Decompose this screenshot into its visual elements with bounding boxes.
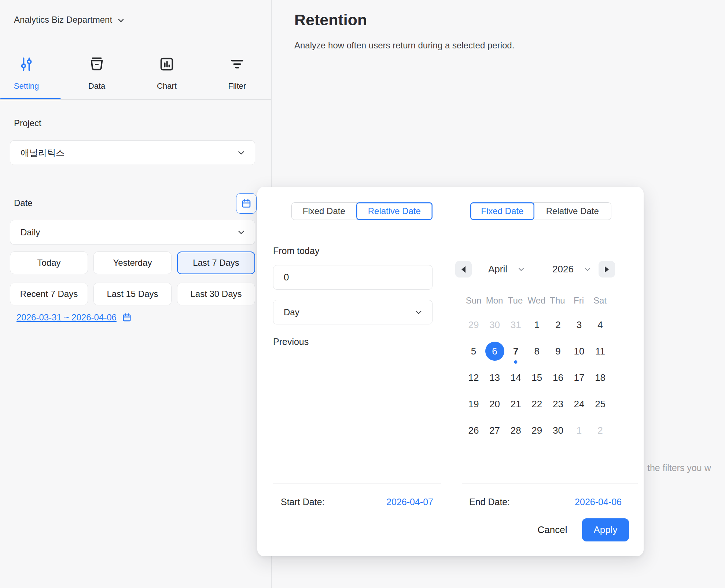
calendar-day[interactable]: 15 (527, 368, 546, 387)
granularity-select-value: Daily (21, 227, 40, 238)
right-relative-date-option[interactable]: Relative Date (534, 203, 611, 220)
option-label: Fixed Date (481, 206, 523, 216)
preset-yesterday-button[interactable]: Yesterday (93, 251, 172, 274)
left-fixed-date-option[interactable]: Fixed Date (292, 203, 356, 220)
end-date-divider (462, 484, 638, 484)
calendar-day[interactable]: 17 (570, 368, 589, 387)
option-label: Relative Date (368, 206, 421, 216)
date-calendar-button[interactable] (236, 193, 257, 214)
calendar-day[interactable]: 8 (527, 342, 546, 361)
calendar-day[interactable]: 2 (548, 315, 567, 334)
calendar-day[interactable]: 27 (485, 421, 504, 440)
filter-icon (229, 56, 246, 73)
year-select[interactable]: 2026 (552, 261, 592, 278)
calendar-day[interactable]: 22 (527, 394, 546, 414)
date-range-text: 2026-03-31 ~ 2026-04-06 (16, 312, 117, 323)
calendar-day[interactable]: 10 (570, 342, 589, 361)
workspace-switcher[interactable]: Analytics Biz Department (14, 15, 125, 25)
preset-label: Last 30 Days (190, 289, 242, 299)
year-select-value: 2026 (552, 264, 574, 275)
preset-today-button[interactable]: Today (10, 251, 88, 274)
calendar-day[interactable]: 18 (591, 368, 610, 387)
cancel-button[interactable]: Cancel (530, 518, 574, 541)
calendar-day[interactable]: 31 (506, 315, 525, 334)
tab-data[interactable]: Data (69, 56, 124, 91)
chevron-down-icon (236, 148, 246, 158)
calendar-day[interactable]: 12 (464, 368, 483, 387)
weekday-label: Tue (505, 295, 526, 306)
chevron-down-icon (583, 265, 592, 274)
month-select[interactable]: April (488, 261, 526, 278)
prev-month-button[interactable] (455, 261, 472, 278)
end-date-value: 2026-04-06 (548, 497, 622, 507)
calendar-day[interactable]: 24 (570, 394, 589, 414)
preset-last-15-days-button[interactable]: Last 15 Days (93, 283, 172, 305)
tab-filter[interactable]: Filter (210, 56, 265, 91)
unit-select[interactable]: Day (273, 300, 433, 324)
data-bucket-icon (88, 56, 105, 73)
preset-last-30-days-button[interactable]: Last 30 Days (177, 283, 255, 305)
left-date-mode-toggle: Fixed Date Relative Date (291, 202, 433, 220)
calendar-day[interactable]: 28 (506, 421, 525, 440)
calendar-day[interactable]: 26 (464, 421, 483, 440)
from-today-label: From today (273, 246, 319, 256)
calendar-day[interactable]: 30 (485, 315, 504, 334)
unit-select-value: Day (284, 307, 299, 317)
tab-chart[interactable]: Chart (139, 56, 194, 91)
option-label: Fixed Date (303, 206, 345, 216)
calendar-day[interactable]: 4 (591, 315, 610, 334)
preset-last-7-days-button[interactable]: Last 7 Days (177, 251, 255, 274)
preset-label: Last 15 Days (107, 289, 158, 299)
calendar-day[interactable]: 23 (548, 394, 567, 414)
project-select-value: 애널리틱스 (21, 147, 65, 159)
calendar-icon (241, 198, 252, 209)
calendar-day[interactable]: 21 (506, 394, 525, 414)
chevron-down-icon (414, 308, 423, 317)
tab-filter-label: Filter (228, 81, 246, 91)
calendar-day[interactable]: 25 (591, 394, 610, 414)
chevron-down-icon (517, 265, 526, 274)
sliders-icon (18, 56, 35, 73)
right-date-mode-toggle: Fixed Date Relative Date (470, 202, 611, 220)
left-arrow-icon (461, 266, 465, 273)
calendar-day[interactable]: 7 (506, 342, 525, 361)
preset-label: Today (37, 258, 60, 268)
calendar-day[interactable]: 20 (485, 394, 504, 414)
calendar-day[interactable]: 14 (506, 368, 525, 387)
preset-recent-7-days-button[interactable]: Recent 7 Days (10, 283, 88, 305)
tab-setting[interactable]: Setting (0, 56, 54, 91)
right-fixed-date-option[interactable]: Fixed Date (470, 202, 534, 220)
calendar-day[interactable]: 6 (485, 342, 504, 361)
next-month-button[interactable] (599, 261, 615, 278)
tabs-divider (0, 99, 272, 100)
chevron-down-icon (117, 16, 125, 25)
end-date-label: End Date: (469, 497, 510, 507)
calendar-day[interactable]: 13 (485, 368, 504, 387)
calendar-day[interactable]: 29 (527, 421, 546, 440)
start-date-value: 2026-04-07 (360, 497, 433, 507)
right-arrow-icon (605, 266, 609, 273)
calendar-day[interactable]: 16 (548, 368, 567, 387)
calendar-day[interactable]: 11 (591, 342, 610, 361)
calendar-day[interactable]: 19 (464, 394, 483, 414)
start-date-divider (273, 484, 441, 484)
calendar-day[interactable]: 29 (464, 315, 483, 334)
month-select-value: April (488, 264, 507, 275)
granularity-select[interactable]: Daily (10, 220, 255, 245)
calendar-day[interactable]: 2 (591, 421, 610, 440)
calendar-icon (122, 312, 132, 323)
calendar-day[interactable]: 30 (548, 421, 567, 440)
preset-label: Last 7 Days (193, 258, 239, 268)
calendar-day[interactable]: 3 (570, 315, 589, 334)
calendar-day[interactable]: 9 (548, 342, 567, 361)
calendar-day[interactable]: 1 (570, 421, 589, 440)
tab-setting-label: Setting (14, 81, 39, 91)
date-range-link[interactable]: 2026-03-31 ~ 2026-04-06 (16, 312, 132, 323)
left-relative-date-option[interactable]: Relative Date (356, 202, 433, 220)
calendar-day[interactable]: 5 (464, 342, 483, 361)
offset-input[interactable] (273, 265, 433, 290)
date-label: Date (14, 198, 33, 208)
apply-button[interactable]: Apply (582, 518, 629, 541)
project-select[interactable]: 애널리틱스 (10, 140, 255, 165)
calendar-day[interactable]: 1 (527, 315, 546, 334)
